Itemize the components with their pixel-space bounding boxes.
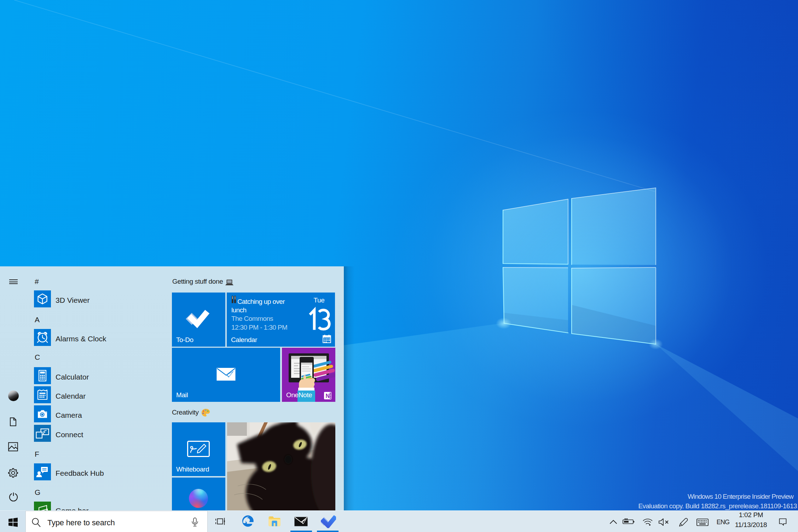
svg-text:N: N <box>326 393 330 399</box>
